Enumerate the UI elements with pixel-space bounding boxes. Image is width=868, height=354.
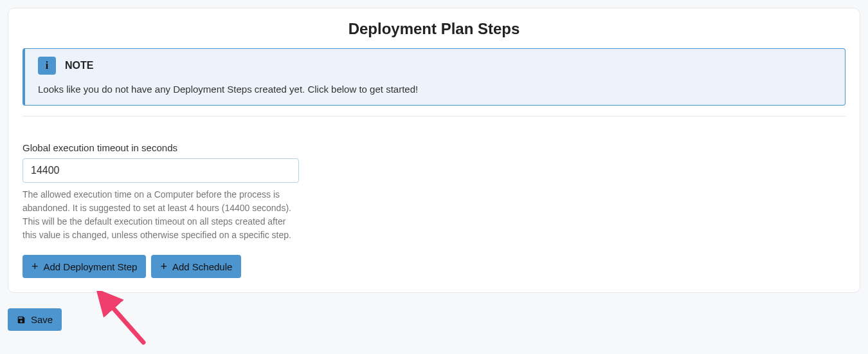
add-schedule-label: Add Schedule (172, 261, 232, 272)
save-label: Save (31, 314, 53, 325)
page-title: Deployment Plan Steps (23, 20, 845, 38)
add-schedule-button[interactable]: + Add Schedule (151, 255, 241, 278)
plus-icon: + (160, 261, 167, 272)
divider (23, 116, 845, 116)
deployment-steps-card: Deployment Plan Steps i NOTE Looks like … (8, 8, 860, 293)
add-deployment-step-button[interactable]: + Add Deployment Step (23, 255, 146, 278)
note-box: i NOTE Looks like you do not have any De… (23, 48, 845, 106)
note-header: i NOTE (38, 57, 832, 75)
save-row: Save (8, 308, 860, 331)
button-row: + Add Deployment Step + Add Schedule (23, 255, 845, 278)
timeout-input[interactable] (23, 158, 299, 183)
note-body: Looks like you do not have any Deploymen… (38, 84, 832, 95)
note-title: NOTE (65, 60, 93, 71)
info-icon: i (38, 57, 56, 75)
save-button[interactable]: Save (8, 308, 62, 331)
save-icon (17, 315, 26, 324)
timeout-label: Global execution timeout in seconds (23, 142, 845, 153)
timeout-help-text: The allowed execution time on a Computer… (23, 188, 299, 242)
add-step-label: Add Deployment Step (44, 261, 138, 272)
plus-icon: + (32, 261, 39, 272)
